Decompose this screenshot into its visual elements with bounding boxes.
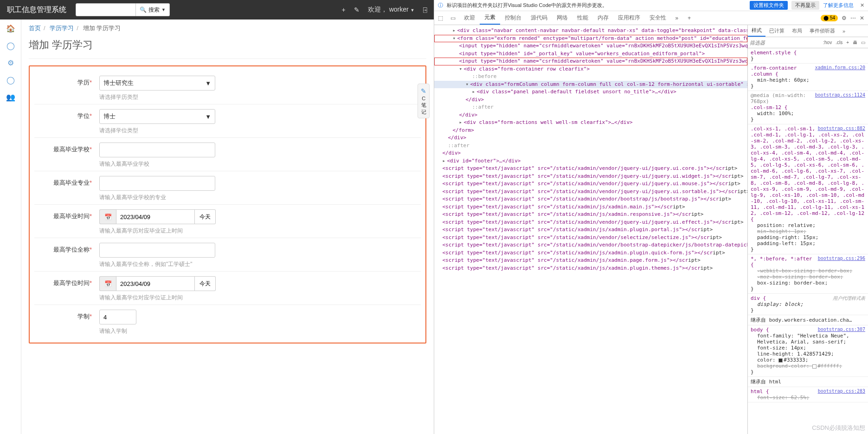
xuewei-select[interactable]: 博士▼ bbox=[99, 109, 215, 124]
calendar-icon[interactable]: 📅 bbox=[99, 276, 116, 291]
brand: 职工信息管理系统 bbox=[7, 5, 66, 15]
breadcrumb-current: 增加 学历学习 bbox=[83, 25, 121, 32]
add-tab-icon[interactable]: + bbox=[683, 11, 695, 25]
float-note-widget[interactable]: ✎ C 笔 记 bbox=[418, 84, 430, 118]
styles-panel: 样式 已计算 布局 事件侦听器 » :hov .cls + 🖶 ▭ elemen… bbox=[747, 25, 868, 434]
search-input[interactable] bbox=[76, 3, 136, 16]
today-button[interactable]: 今天 bbox=[195, 276, 216, 291]
degree-date-input[interactable] bbox=[116, 276, 195, 291]
inspect-icon[interactable]: ⬚ bbox=[434, 11, 447, 25]
elements-tree[interactable]: ▸<div class="navbar content-navbar navba… bbox=[434, 25, 748, 434]
calendar-icon[interactable]: 📅 bbox=[99, 209, 116, 224]
tab-security[interactable]: 安全性 bbox=[645, 11, 671, 25]
learn-more-link[interactable]: 了解更多信息 bbox=[823, 2, 854, 9]
sidebar-item-4[interactable]: ◯ bbox=[6, 76, 15, 84]
tab-listeners[interactable]: 事件侦听器 bbox=[806, 25, 839, 37]
tab-styles[interactable]: 样式 bbox=[748, 25, 765, 37]
issues-badge[interactable]: ⬤ 54 bbox=[821, 15, 838, 21]
page-title: 增加 学历学习 bbox=[29, 38, 426, 52]
watermark: CSDN必须脱洛知想 bbox=[812, 424, 865, 432]
home-icon[interactable]: 🏠 bbox=[6, 24, 15, 33]
major-input[interactable] bbox=[99, 176, 215, 191]
panel-icon[interactable]: ▭ bbox=[860, 40, 866, 45]
tab-network[interactable]: 网络 bbox=[552, 11, 572, 25]
edit-icon: ✎ bbox=[419, 87, 428, 95]
grad-date-input[interactable] bbox=[116, 209, 195, 224]
welcome-text: 欢迎， worker ▼ bbox=[368, 6, 415, 14]
tab-more-icon[interactable]: » bbox=[671, 11, 683, 25]
tab-performance[interactable]: 性能 bbox=[572, 11, 593, 25]
sidebar-item-2[interactable]: ◯ bbox=[6, 41, 15, 50]
cls-toggle[interactable]: .cls bbox=[835, 40, 843, 45]
more-icon[interactable]: » bbox=[839, 25, 849, 37]
hov-toggle[interactable]: :hov bbox=[822, 40, 833, 45]
tab-welcome[interactable]: 欢迎 bbox=[459, 11, 480, 25]
device-icon[interactable]: ▭ bbox=[447, 11, 459, 25]
navbar: 职工信息管理系统 🔍 搜索 ▼ + ✎ 欢迎， worker ▼ ⍈ bbox=[0, 0, 434, 19]
plus-icon[interactable]: + bbox=[342, 6, 346, 13]
gear-icon[interactable]: ⚙ bbox=[842, 15, 847, 21]
search-button[interactable]: 🔍 搜索 ▼ bbox=[136, 3, 170, 16]
devtools-tabs: ⬚ ▭ 欢迎 元素 控制台 源代码 网络 性能 内存 应用程序 安全性 » + … bbox=[434, 11, 868, 25]
xueli-select[interactable]: 博士研究生▼ bbox=[99, 76, 215, 91]
tab-console[interactable]: 控制台 bbox=[500, 11, 526, 25]
styles-filter-input[interactable] bbox=[750, 40, 820, 45]
users-icon[interactable]: 👥 bbox=[6, 93, 15, 102]
gear-icon[interactable]: ⚙ bbox=[7, 58, 14, 67]
close-icon[interactable]: ✕ bbox=[860, 2, 864, 8]
tab-sources[interactable]: 源代码 bbox=[526, 11, 552, 25]
tab-application[interactable]: 应用程序 bbox=[613, 11, 645, 25]
school-input[interactable] bbox=[99, 143, 215, 157]
tab-memory[interactable]: 内存 bbox=[593, 11, 613, 25]
search-box: 🔍 搜索 ▼ bbox=[76, 3, 170, 16]
print-icon[interactable]: 🖶 bbox=[852, 40, 858, 45]
breadcrumb: 首页/ 学历学习/ 增加 学历学习 bbox=[29, 24, 426, 32]
set-root-button[interactable]: 设置根文件夹 bbox=[750, 1, 788, 10]
more-icon[interactable]: ⋯ bbox=[850, 15, 856, 21]
edit-icon[interactable]: ✎ bbox=[354, 6, 360, 13]
close-icon[interactable]: ✕ bbox=[860, 15, 864, 21]
degree-name-input[interactable] bbox=[99, 243, 215, 258]
tab-computed[interactable]: 已计算 bbox=[765, 25, 788, 37]
today-button[interactable]: 今天 bbox=[195, 209, 216, 224]
dismiss-button[interactable]: 不再显示 bbox=[791, 1, 819, 10]
years-input[interactable] bbox=[99, 310, 136, 324]
info-icon: ⓘ bbox=[438, 2, 443, 9]
add-rule-icon[interactable]: + bbox=[845, 40, 850, 45]
logout-icon[interactable]: ⍈ bbox=[423, 6, 427, 13]
breadcrumb-section[interactable]: 学历学习 bbox=[50, 25, 74, 32]
sidebar: 🏠 ◯ ⚙ ◯ 👥 bbox=[0, 19, 21, 434]
form-wrapper: 学历* 博士研究生▼ 请选择学历类型 学位* 博士▼ 请选择学位类型 bbox=[29, 65, 426, 343]
vscode-bar: ⓘ 标识项目的根文件夹以打开Visual Studio Code中的源文件并同步… bbox=[434, 0, 868, 11]
breadcrumb-home[interactable]: 首页 bbox=[29, 25, 41, 32]
tab-layout[interactable]: 布局 bbox=[788, 25, 806, 37]
tab-elements[interactable]: 元素 bbox=[480, 11, 500, 25]
